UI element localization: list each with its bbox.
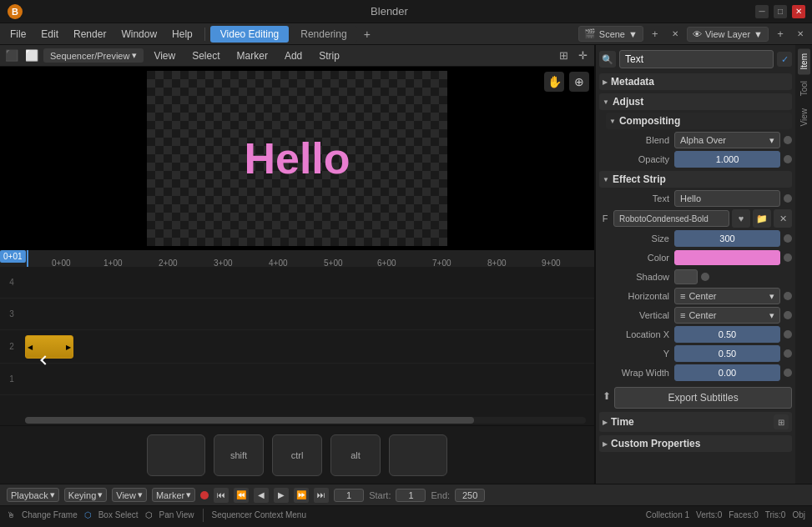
shortcut-key-blank1[interactable]: [147, 434, 205, 476]
start-frame-input[interactable]: 1: [396, 489, 426, 502]
status-right: Collection 1 Verts:0 Faces:0 Tris:0 Obj: [646, 510, 805, 519]
menu-window[interactable]: Window: [114, 27, 164, 42]
close-button[interactable]: ✕: [792, 5, 805, 18]
font-dropdown[interactable]: RobotoCondensed-Bold: [613, 210, 729, 227]
view-layer-selector[interactable]: 👁 View Layer ▼: [687, 27, 769, 42]
track-label-4: 4: [0, 278, 23, 287]
playback-dropdown[interactable]: Playback ▾: [7, 488, 59, 502]
location-y-value[interactable]: 0.50: [674, 345, 780, 362]
time-section-header[interactable]: ▶ Time ⊞: [599, 412, 792, 432]
timeline-ruler: 0+01 0+00 1+00 2+00 3+00 4+00 5+00 6+00 …: [0, 250, 594, 267]
scene-add-button[interactable]: +: [647, 26, 663, 43]
minimize-button[interactable]: ─: [755, 5, 769, 18]
track-lane-1[interactable]: [23, 364, 594, 394]
jump-start-button[interactable]: ⏮: [214, 488, 229, 503]
keying-dropdown[interactable]: Keying ▾: [64, 488, 108, 502]
horizontal-align-dropdown[interactable]: ≡ Center ▾: [674, 288, 780, 304]
sequencer-preview-button[interactable]: Sequencer/Preview ▾: [43, 48, 144, 63]
scrollbar-thumb[interactable]: [25, 417, 474, 424]
view-layer-add-button[interactable]: +: [772, 26, 789, 43]
wrap-width-value[interactable]: 0.00: [674, 364, 780, 381]
strip-name-input[interactable]: [619, 50, 774, 68]
menu-render[interactable]: Render: [67, 27, 113, 42]
font-heart-button[interactable]: ♥: [732, 209, 750, 228]
current-frame-input[interactable]: 1: [334, 489, 364, 502]
time-copy-button[interactable]: ⊞: [774, 414, 789, 429]
editor-toggle-button[interactable]: ⬜: [23, 48, 40, 64]
location-x-value[interactable]: 0.50: [674, 326, 780, 343]
marker-dropdown[interactable]: Marker ▾: [152, 488, 195, 502]
effect-strip-section-header[interactable]: ▼ Effect Strip: [599, 171, 792, 188]
menu-edit[interactable]: Edit: [34, 27, 65, 42]
opacity-value[interactable]: 1.000: [674, 151, 780, 168]
mmb-icon: ⬡: [145, 510, 153, 519]
record-button[interactable]: [200, 491, 209, 499]
shadow-color-swatch[interactable]: [674, 269, 698, 284]
jump-end-button[interactable]: ⏭: [314, 488, 329, 503]
export-icon: ⬆: [599, 390, 614, 402]
compositing-section-header[interactable]: ▼ Compositing: [606, 113, 792, 129]
metadata-section-header[interactable]: ▶ Metadata: [599, 73, 792, 90]
play-button[interactable]: ▶: [274, 488, 289, 503]
playback-chevron: ▾: [50, 489, 55, 500]
opacity-row: Opacity 1.000: [599, 151, 792, 168]
horizontal-scrollbar[interactable]: [25, 417, 586, 424]
vtab-tool[interactable]: Tool: [798, 76, 810, 101]
seq-select-menu[interactable]: Select: [185, 48, 226, 63]
play-reverse-button[interactable]: ◀: [254, 488, 269, 503]
scene-delete-button[interactable]: ✕: [667, 26, 683, 43]
vtab-item[interactable]: Item: [798, 48, 810, 74]
step-back-button[interactable]: ⏪: [234, 488, 249, 503]
step-forward-button[interactable]: ⏩: [294, 488, 309, 503]
track-lane-4[interactable]: [23, 267, 594, 298]
sequencer-mode-chevron: ▾: [132, 50, 137, 61]
shortcut-key-shift[interactable]: shift: [214, 434, 264, 476]
seq-strip-menu[interactable]: Strip: [312, 48, 346, 63]
vtab-view[interactable]: View: [798, 103, 810, 132]
vertical-align-dropdown[interactable]: ≡ Center ▾: [674, 307, 780, 324]
shadow-dot: [701, 273, 709, 281]
overlay-icon[interactable]: ⊞: [555, 48, 572, 64]
restore-button[interactable]: □: [774, 5, 787, 18]
view-playback-label: View: [116, 490, 136, 500]
view-layer-dropdown-icon: ▼: [754, 29, 763, 39]
adjust-section: ▼ Adjust ▼ Compositing Blend Alpha Over …: [599, 93, 792, 168]
pan-cursor-button[interactable]: ✋: [544, 72, 564, 92]
shortcut-key-ctrl[interactable]: ctrl: [272, 434, 322, 476]
end-frame-input[interactable]: 250: [455, 489, 485, 502]
blend-value: Alpha Over: [680, 135, 726, 145]
custom-props-section-header[interactable]: ▶ Custom Properties: [599, 435, 792, 452]
vertical-dot: [784, 311, 792, 319]
pan-view-text: Pan View: [159, 510, 194, 519]
seq-strip-yellow[interactable]: ◀ ▶: [25, 335, 73, 359]
editor-icon-button[interactable]: ⬛: [3, 48, 20, 64]
menu-file[interactable]: File: [3, 27, 33, 42]
color-label: Color: [599, 253, 674, 263]
scene-selector[interactable]: 🎬 Scene ▼: [578, 26, 643, 42]
seq-add-menu[interactable]: Add: [278, 48, 309, 63]
size-value[interactable]: 300: [674, 230, 780, 247]
workspace-tab-rendering[interactable]: Rendering: [290, 26, 356, 43]
font-folder-button[interactable]: 📁: [753, 209, 771, 228]
seq-marker-menu[interactable]: Marker: [230, 48, 275, 63]
zoom-button[interactable]: ⊕: [569, 72, 589, 92]
export-subtitles-button[interactable]: Export Subtitles: [614, 387, 792, 409]
shortcut-key-blank2[interactable]: [389, 434, 447, 476]
track-lane-2[interactable]: ◀ ▶: [23, 330, 594, 363]
shortcut-key-alt[interactable]: alt: [330, 434, 381, 476]
custom-props-triangle: ▶: [603, 440, 608, 448]
add-workspace-button[interactable]: +: [359, 25, 376, 43]
seq-view-menu[interactable]: View: [147, 48, 182, 63]
view-layer-delete-button[interactable]: ✕: [792, 26, 809, 43]
menu-help[interactable]: Help: [165, 27, 199, 42]
adjust-section-header[interactable]: ▼ Adjust: [599, 93, 792, 110]
workspace-tab-video-editing[interactable]: Video Editing: [210, 26, 290, 43]
color-swatch[interactable]: [674, 250, 780, 265]
font-delete-button[interactable]: ✕: [774, 209, 792, 228]
track-lane-3[interactable]: [23, 299, 594, 329]
blend-dropdown[interactable]: Alpha Over ▾: [674, 132, 780, 148]
view-dropdown[interactable]: View ▾: [112, 488, 147, 502]
text-prop-value[interactable]: Hello: [674, 190, 780, 207]
gizmo-icon[interactable]: ✛: [574, 48, 591, 64]
blend-dot: [784, 136, 792, 144]
